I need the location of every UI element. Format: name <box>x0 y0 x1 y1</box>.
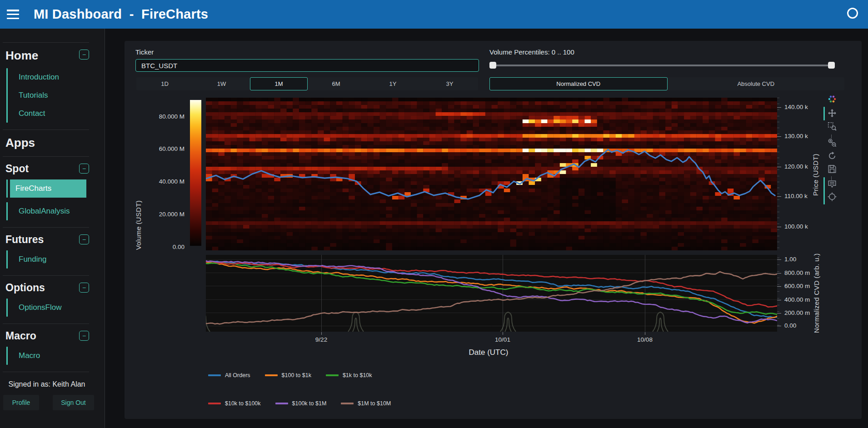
cvd-axis-title: Normalized CVD (arb. u.) <box>813 245 820 341</box>
timeframe-1m-button[interactable]: 1M <box>250 77 308 90</box>
collapse-macro-icon[interactable]: − <box>79 331 89 341</box>
cvd-mode-button-group: Normalized CVD Absolute CVD <box>489 77 844 90</box>
box-zoom-icon[interactable] <box>828 122 837 131</box>
slider-handle-max[interactable] <box>828 62 835 69</box>
colorbar-tick: 80.000 M <box>134 113 185 120</box>
reset-axes-icon[interactable] <box>828 151 837 160</box>
sidebar-item-funding[interactable]: Funding <box>8 250 46 269</box>
cvd-axis-minor-ticks <box>777 258 779 326</box>
price-tick-label: 130.00 k <box>784 133 808 139</box>
plotly-logo-icon[interactable] <box>828 95 837 104</box>
cvd-axis-tick <box>777 259 781 260</box>
modebar-active-bar <box>823 177 825 204</box>
price-axis-tick <box>777 136 781 137</box>
sign-out-button[interactable]: Sign Out <box>53 395 94 410</box>
legend-row-1: All Orders $100 to $1k $1k to $10k <box>208 372 372 378</box>
sidebar-section-futures: Futures <box>5 234 44 246</box>
cvd-line-plot[interactable] <box>206 255 777 332</box>
hamburger-menu-icon[interactable] <box>7 10 19 19</box>
price-axis-tick <box>777 227 781 227</box>
header: MI Dashboard - FireCharts <box>0 0 868 29</box>
legend-item-1k-10k[interactable]: $1k to $10k <box>326 372 372 378</box>
sidebar-item-tutorials[interactable]: Tutorials <box>8 86 59 105</box>
x-tick-label: 10/01 <box>495 336 510 343</box>
volume-axis-title: Volume (USDT) <box>135 184 142 266</box>
cvd-tick-label: 400.00 m <box>784 296 810 303</box>
timeframe-1w-button[interactable]: 1W <box>193 77 250 90</box>
save-plot-icon[interactable] <box>828 164 837 174</box>
price-axis-tick <box>777 196 781 197</box>
timeframe-1d-button[interactable]: 1D <box>136 77 193 90</box>
legend-item-all-orders[interactable]: All Orders <box>208 372 250 378</box>
colorbar-tick: 40.000 M <box>134 178 185 185</box>
legend-swatch <box>265 374 278 376</box>
legend-item-1m-10m[interactable]: $1M to $10M <box>341 400 391 407</box>
legend-swatch <box>208 403 221 404</box>
zoom-in-out-icon[interactable] <box>828 138 837 147</box>
sidebar: Home − Introduction Tutorials Contact Ap… <box>0 29 105 428</box>
cvd-tick-label: 0.00 <box>784 322 796 329</box>
signed-in-status: Signed in as: Keith Alan <box>0 372 105 388</box>
collapse-options-icon[interactable]: − <box>79 283 89 293</box>
x-axis-tick <box>321 332 322 335</box>
cvd-axis-tick <box>777 273 781 274</box>
x-tick-label: 10/08 <box>637 336 653 343</box>
loading-spinner-icon <box>847 8 858 19</box>
volume-percentiles-label: Volume Percentiles: 0 .. 100 <box>489 48 574 56</box>
cvd-tick-label: 200.00 m <box>784 309 810 316</box>
sidebar-section-spot: Spot <box>5 163 29 175</box>
pan-icon[interactable] <box>828 109 837 118</box>
page-title: MI Dashboard - FireCharts <box>34 7 208 22</box>
x-axis-tick <box>503 332 503 335</box>
legend-swatch <box>275 403 288 404</box>
ticker-label: Ticker <box>135 48 154 56</box>
cvd-axis-tick <box>777 300 781 300</box>
price-tick-label: 110.00 k <box>784 193 808 199</box>
legend-swatch <box>208 374 221 376</box>
legend-item-100k-1m[interactable]: $100k to $1M <box>275 400 327 407</box>
sidebar-item-introduction[interactable]: Introduction <box>8 68 59 86</box>
price-tick-label: 120.00 k <box>784 163 808 170</box>
timeframe-3y-button[interactable]: 3Y <box>421 77 478 90</box>
legend-row-2: $10k to $100k $100k to $1M $1M to $10M <box>208 400 391 407</box>
slider-track[interactable] <box>489 65 835 66</box>
main-panel: Ticker Volume Percentiles: 0 .. 100 1D 1… <box>125 41 862 419</box>
timeframe-1y-button[interactable]: 1Y <box>364 77 421 90</box>
legend-swatch <box>341 403 354 404</box>
sidebar-item-optionsflow[interactable]: OptionsFlow <box>8 299 61 317</box>
volume-heatmap-plot[interactable] <box>206 98 777 250</box>
spike-lines-icon[interactable] <box>828 192 837 201</box>
x-axis-tick <box>645 332 645 335</box>
colorbar-tick: 60.000 M <box>134 145 185 152</box>
cvd-tick-label: 1.00 <box>784 256 796 263</box>
x-tick-label: 9/22 <box>315 336 327 343</box>
price-axis-minor-ticks <box>777 98 779 250</box>
legend-swatch <box>326 374 339 376</box>
modebar-active-bar <box>823 107 825 120</box>
sidebar-item-firecharts[interactable]: FireCharts <box>10 179 86 198</box>
sidebar-item-contact[interactable]: Contact <box>8 105 59 123</box>
cvd-tick-label: 800.00 m <box>784 269 810 276</box>
slider-handle-min[interactable] <box>489 62 496 69</box>
sidebar-item-macro[interactable]: Macro <box>8 347 40 365</box>
price-axis-tick <box>777 107 781 108</box>
timeframe-6m-button[interactable]: 6M <box>308 77 364 90</box>
ticker-input[interactable] <box>135 59 479 72</box>
price-tick-label: 140.00 k <box>784 104 808 110</box>
legend-item-100-1k[interactable]: $100 to $1k <box>265 372 311 378</box>
profile-button[interactable]: Profile <box>3 395 39 410</box>
hover-tooltip-icon[interactable] <box>828 180 837 189</box>
plot-modebar <box>823 94 839 212</box>
collapse-spot-icon[interactable]: − <box>79 164 89 174</box>
collapse-futures-icon[interactable]: − <box>79 234 89 244</box>
sidebar-heading-apps: Apps <box>5 136 35 150</box>
normalized-cvd-button[interactable]: Normalized CVD <box>489 77 668 90</box>
absolute-cvd-button[interactable]: Absolute CVD <box>668 77 845 90</box>
collapse-home-icon[interactable]: − <box>79 50 89 60</box>
sidebar-section-options: Options <box>5 282 45 294</box>
sidebar-item-globalanalysis[interactable]: GlobalAnalysis <box>8 202 70 220</box>
sidebar-section-macro: Macro <box>5 330 36 342</box>
legend-item-10k-100k[interactable]: $10k to $100k <box>208 400 261 407</box>
price-axis-title: Price (USDT) <box>812 136 819 214</box>
volume-percentiles-slider[interactable] <box>489 59 835 72</box>
